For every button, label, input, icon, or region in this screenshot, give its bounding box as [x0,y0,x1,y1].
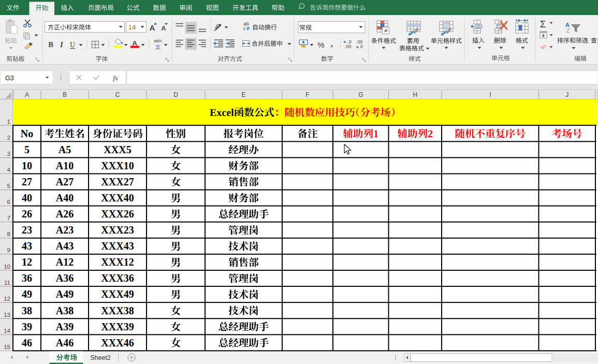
svg-text:A39: A39 [56,321,74,332]
svg-text:≠: ≠ [384,27,387,34]
svg-text:A5: A5 [59,144,71,155]
svg-text:No: No [21,128,33,139]
svg-text:A: A [25,91,29,98]
svg-text:A10: A10 [56,160,74,171]
svg-text:XXX36: XXX36 [101,272,134,284]
svg-text:43: 43 [22,240,32,252]
svg-text:XXX23: XXX23 [101,224,134,236]
svg-text:A46: A46 [56,337,74,348]
svg-text:fx: fx [113,74,118,82]
svg-text:H: H [413,91,417,98]
svg-text:26: 26 [22,208,32,220]
svg-text:.0: .0 [359,44,363,49]
svg-text:J: J [565,91,568,98]
svg-text:G: G [358,91,363,98]
svg-text:9: 9 [7,247,10,253]
svg-text:14: 14 [4,328,10,334]
svg-text:A12: A12 [56,256,74,268]
svg-text:XXX39: XXX39 [101,321,134,332]
svg-text:XXX10: XXX10 [101,160,134,171]
svg-text:XXX5: XXX5 [104,144,131,155]
svg-text:XXX26: XXX26 [101,208,134,220]
svg-text:5: 5 [24,144,30,155]
svg-text:%: % [317,40,324,49]
svg-text:E: E [241,91,245,98]
svg-text:5: 5 [7,183,10,189]
svg-text:XXX49: XXX49 [101,288,134,300]
svg-text:A49: A49 [56,288,74,300]
svg-text:A36: A36 [56,272,74,284]
svg-text:4: 4 [7,167,11,173]
svg-text:15: 15 [4,344,10,350]
svg-text:XXX27: XXX27 [101,176,134,187]
svg-text:XXX12: XXX12 [101,256,134,268]
svg-text:46: 46 [22,337,32,348]
svg-text:49: 49 [22,288,32,300]
svg-text:3: 3 [7,151,10,157]
svg-text:B: B [48,40,53,49]
svg-text:11: 11 [4,280,10,286]
svg-text:wén: wén [153,38,162,43]
svg-text:I: I [489,91,491,98]
svg-text:Sheet2: Sheet2 [90,354,111,361]
svg-text:10: 10 [22,160,32,171]
svg-text:,: , [331,39,333,48]
svg-text:2: 2 [7,135,10,141]
svg-text:1: 1 [7,119,10,125]
svg-text:A: A [161,24,166,32]
svg-text:36: 36 [22,272,32,284]
svg-text:27: 27 [22,176,32,187]
svg-text:6: 6 [7,199,10,205]
svg-text:A: A [132,39,137,47]
svg-text:I: I [60,40,64,49]
svg-text:10: 10 [4,264,10,270]
svg-text:A38: A38 [56,305,74,316]
svg-text:23: 23 [22,224,32,236]
svg-text:F: F [305,91,309,98]
svg-text:G3: G3 [5,75,14,82]
svg-text:XXX40: XXX40 [101,192,134,203]
svg-text:D: D [173,91,178,98]
svg-text:A26: A26 [56,208,74,220]
svg-text:7: 7 [7,215,10,221]
svg-text:c: c [243,25,246,31]
svg-text:A40: A40 [56,192,74,203]
svg-text:13: 13 [4,312,10,318]
svg-text:A: A [150,23,155,32]
svg-text:A23: A23 [56,224,74,236]
svg-text:U: U [70,41,75,49]
svg-text:40: 40 [22,192,32,203]
svg-text:XXX46: XXX46 [101,337,134,348]
svg-text:39: 39 [22,321,32,332]
svg-text:8: 8 [7,231,10,237]
svg-text:A43: A43 [56,240,74,252]
svg-text:XXX43: XXX43 [101,240,134,252]
svg-text:Z: Z [566,27,570,34]
svg-text:A27: A27 [56,176,74,187]
svg-text:38: 38 [22,305,32,316]
svg-text:14: 14 [128,23,136,31]
svg-text:XXX38: XXX38 [101,305,134,316]
svg-text:Σ: Σ [540,19,546,30]
svg-text:12: 12 [22,256,32,268]
svg-text:C: C [115,91,120,98]
svg-text:12: 12 [4,296,10,302]
svg-text:B: B [63,91,67,98]
svg-text:.00: .00 [345,44,352,49]
